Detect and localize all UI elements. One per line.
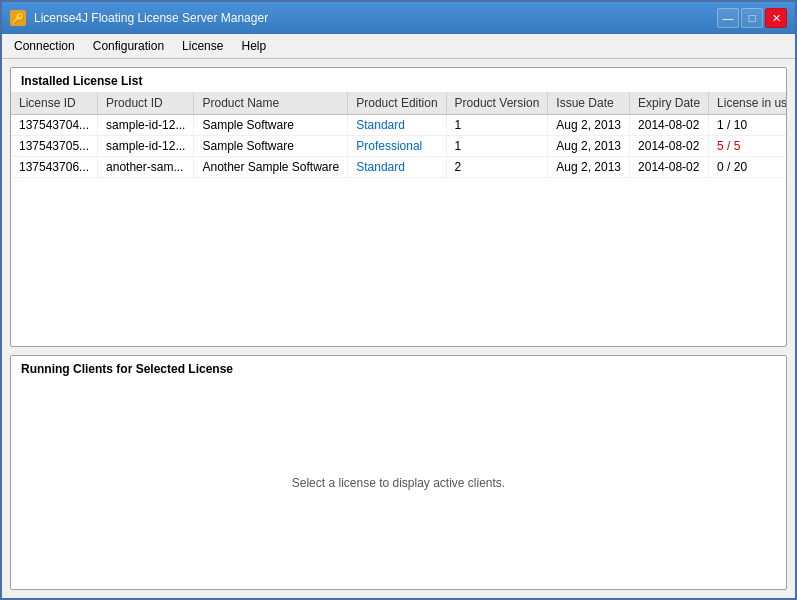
license-table-body: 137543704...sample-id-12...Sample Softwa…: [11, 115, 786, 178]
table-row[interactable]: 137543704...sample-id-12...Sample Softwa…: [11, 115, 786, 136]
col-product-version: Product Version: [446, 92, 548, 115]
close-button[interactable]: ✕: [765, 8, 787, 28]
window-title: License4J Floating License Server Manage…: [34, 11, 268, 25]
installed-license-panel: Installed License List License ID Produc…: [10, 67, 787, 347]
col-expiry-date: Expiry Date: [630, 92, 709, 115]
col-issue-date: Issue Date: [548, 92, 630, 115]
table-header-row: License ID Product ID Product Name Produ…: [11, 92, 786, 115]
app-icon: 🔑: [10, 10, 26, 26]
menu-license[interactable]: License: [174, 36, 231, 56]
main-window: 🔑 License4J Floating License Server Mana…: [0, 0, 797, 600]
license-table: License ID Product ID Product Name Produ…: [11, 92, 786, 178]
minimize-button[interactable]: —: [717, 8, 739, 28]
col-product-id: Product ID: [98, 92, 194, 115]
running-panel-title: Running Clients for Selected License: [11, 356, 786, 380]
license-table-container[interactable]: License ID Product ID Product Name Produ…: [11, 92, 786, 342]
maximize-button[interactable]: □: [741, 8, 763, 28]
menu-configuration[interactable]: Configuration: [85, 36, 172, 56]
col-license-usage: License in use / total: [709, 92, 786, 115]
menu-help[interactable]: Help: [233, 36, 274, 56]
menu-bar: Connection Configuration License Help: [2, 34, 795, 59]
main-content: Installed License List License ID Produc…: [2, 59, 795, 598]
col-license-id: License ID: [11, 92, 98, 115]
window-controls: — □ ✕: [717, 8, 787, 28]
col-product-name: Product Name: [194, 92, 348, 115]
title-bar-left: 🔑 License4J Floating License Server Mana…: [10, 10, 268, 26]
col-product-edition: Product Edition: [348, 92, 446, 115]
running-clients-panel: Running Clients for Selected License Sel…: [10, 355, 787, 590]
empty-clients-message: Select a license to display active clien…: [11, 380, 786, 585]
menu-connection[interactable]: Connection: [6, 36, 83, 56]
installed-panel-title: Installed License List: [11, 68, 786, 92]
table-row[interactable]: 137543706...another-sam...Another Sample…: [11, 157, 786, 178]
title-bar: 🔑 License4J Floating License Server Mana…: [2, 2, 795, 34]
table-row[interactable]: 137543705...sample-id-12...Sample Softwa…: [11, 136, 786, 157]
